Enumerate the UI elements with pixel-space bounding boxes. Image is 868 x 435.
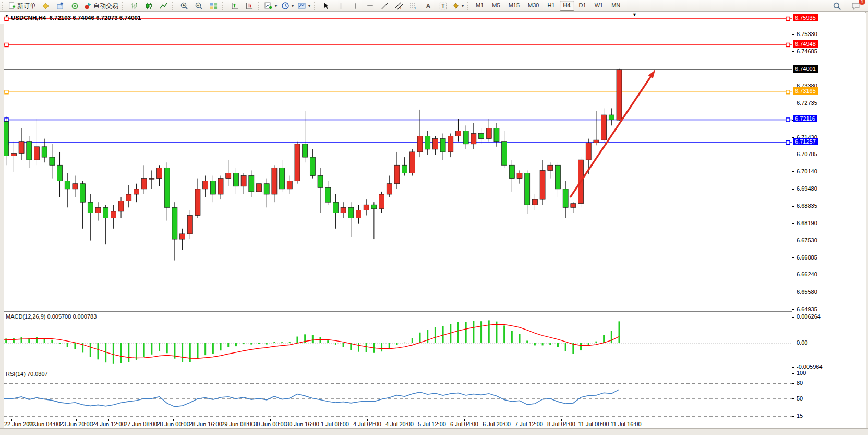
timeframe-w1[interactable]: W1 <box>591 1 607 11</box>
trend-arrow[interactable] <box>570 70 655 197</box>
toolbar-grip[interactable] <box>222 2 225 10</box>
candle <box>180 234 185 239</box>
timeframe-h4[interactable]: H4 <box>560 1 574 11</box>
macd-bar <box>389 343 390 349</box>
main-chart-svg[interactable] <box>4 13 792 429</box>
toolbar-grip[interactable] <box>314 2 317 10</box>
candle <box>594 140 599 143</box>
candle <box>563 189 568 207</box>
timeframe-d1[interactable]: D1 <box>575 1 590 11</box>
macd-bar <box>603 335 605 343</box>
candle <box>303 144 308 157</box>
candle <box>287 181 292 189</box>
time-label: 6 Jul 20:00 <box>483 421 511 427</box>
chart-window: ▼ ▼ USDCNH,H4 6.72103 6.74046 6.72073 6.… <box>0 12 868 428</box>
chart-shift-button[interactable] <box>242 0 256 11</box>
toolbar-grip[interactable] <box>258 2 260 10</box>
toolbar-grip[interactable] <box>2 2 4 10</box>
vertical-line-tool-button[interactable] <box>348 0 363 11</box>
macd-bar <box>503 325 505 343</box>
period-button[interactable]: ▾ <box>279 0 296 11</box>
bar-chart-mode-button[interactable] <box>127 0 141 11</box>
trendline-tool-button[interactable] <box>377 0 392 11</box>
candle <box>348 207 354 218</box>
price-axis[interactable]: 6.753306.746856.733806.727356.720906.714… <box>792 13 866 428</box>
macd-bar <box>113 343 114 364</box>
tile-windows-button[interactable] <box>206 0 221 11</box>
template-button[interactable]: ▾ <box>296 0 312 11</box>
template-icon <box>298 2 306 10</box>
candle-chart-mode-button[interactable] <box>141 0 156 11</box>
macd-bar <box>296 337 298 343</box>
macd-bar <box>312 335 314 343</box>
toolbar-grip[interactable] <box>467 2 470 10</box>
horizontal-line-tool-button[interactable] <box>363 0 377 11</box>
equidistant-channel-icon: E <box>395 2 403 10</box>
zoom-out-button[interactable] <box>191 0 206 11</box>
text-label-tool-button[interactable]: T <box>436 0 450 11</box>
axis-tick <box>792 292 794 292</box>
last-bar-marker-icon: ▼ <box>632 13 637 17</box>
axis-tick <box>792 223 794 224</box>
toolbar-grip[interactable] <box>172 2 175 10</box>
ohlc-bars-icon <box>130 2 138 10</box>
time-label: 8 Jul 04:00 <box>547 421 575 427</box>
arrows-tool-button[interactable]: ▾ <box>450 0 466 11</box>
panel-separator[interactable] <box>4 311 792 313</box>
autotrade-button[interactable]: 自动交易 <box>82 0 120 11</box>
search-button[interactable] <box>829 0 844 11</box>
macd-bar <box>572 343 574 354</box>
macd-bar <box>565 343 566 351</box>
macd-bar <box>335 343 336 345</box>
candle <box>486 128 491 138</box>
strategy-tester-button[interactable] <box>67 0 82 11</box>
collapse-arrow-icon[interactable]: ▼ <box>5 14 9 18</box>
text-tool-button[interactable]: A <box>421 0 436 11</box>
chart-canvas[interactable]: ▼ ▼ USDCNH,H4 6.72103 6.74046 6.72073 6.… <box>4 13 792 429</box>
candles-layer[interactable] <box>4 69 622 261</box>
candle <box>164 168 170 207</box>
hlines-layer[interactable] <box>4 17 792 145</box>
timeframe-m5[interactable]: M5 <box>488 1 503 11</box>
axis-tick <box>792 189 794 190</box>
new-chart-button[interactable]: ▾ <box>262 0 279 11</box>
candle <box>548 165 553 170</box>
macd-bar <box>166 343 168 353</box>
line-handle <box>786 140 790 144</box>
timeframe-group: M1M5M15M30H1H4D1W1MN <box>472 1 624 11</box>
timeframe-m30[interactable]: M30 <box>524 1 542 11</box>
channel-tool-button[interactable]: E <box>392 0 406 11</box>
time-label: 23 Jun 20:00 <box>59 421 93 427</box>
time-axis[interactable]: 22 Jun 202223 Jun 04:0023 Jun 20:0024 Ju… <box>4 419 792 428</box>
candle <box>249 176 254 192</box>
macd-bar <box>580 343 582 350</box>
data-window-button[interactable] <box>53 0 67 11</box>
macd-bar <box>266 343 268 345</box>
crosshair-tool-button[interactable] <box>333 0 348 11</box>
candle <box>409 152 415 173</box>
chat-button[interactable]: 1 <box>848 0 863 11</box>
zoom-in-button[interactable] <box>177 0 191 11</box>
new-order-button[interactable]: 新订单 <box>6 0 38 11</box>
price-tick-label: 6.68835 <box>797 203 817 209</box>
fibonacci-tool-button[interactable]: F <box>406 0 421 11</box>
candle <box>494 128 499 141</box>
axis-tick <box>792 343 794 343</box>
market-watch-button[interactable] <box>38 0 53 11</box>
panel-separator[interactable] <box>4 369 792 371</box>
macd-bar <box>526 341 528 343</box>
timeframe-h1[interactable]: H1 <box>544 1 558 11</box>
cursor-tool-button[interactable] <box>319 0 333 11</box>
line-chart-mode-button[interactable] <box>156 0 171 11</box>
line-handle <box>5 118 8 122</box>
price-tick-label: 6.66885 <box>797 254 817 261</box>
timeframe-mn[interactable]: MN <box>608 1 624 11</box>
timeframe-m1[interactable]: M1 <box>472 1 487 11</box>
timeframe-m15[interactable]: M15 <box>505 1 523 11</box>
macd-bar <box>59 343 61 344</box>
candle <box>525 173 530 205</box>
auto-arrange-button[interactable] <box>227 0 242 11</box>
macd-label: MACD(12,26,9) 0.005708 0.000783 <box>6 313 97 320</box>
toolbar-grip[interactable] <box>122 2 125 10</box>
gold-bar-icon <box>42 2 50 10</box>
